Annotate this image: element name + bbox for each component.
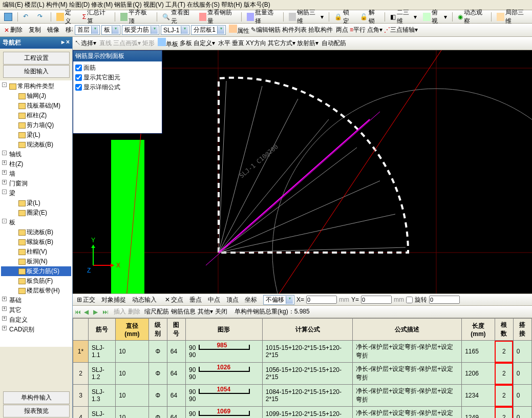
del-button[interactable]: ✕删除 — [2, 24, 25, 36]
single-slab-button[interactable]: 单板 — [158, 38, 178, 49]
rotate-check[interactable] — [406, 297, 413, 303]
tree-item[interactable]: 现浇板(B) — [1, 227, 71, 237]
menu-floor[interactable]: 楼层(L) — [25, 1, 45, 9]
ptangle-button[interactable]: 点角▾ — [367, 26, 382, 34]
report-preview-button[interactable]: 报表预览 — [3, 405, 70, 417]
ortho-toggle[interactable]: ⊞正交 — [75, 295, 97, 305]
other-dir-button[interactable]: 其它方式▾ — [268, 39, 295, 48]
display-option[interactable]: 显示详细公式 — [75, 82, 160, 92]
horiz-button[interactable]: 水平 — [218, 39, 230, 48]
col-header[interactable]: 直径(mm) — [116, 319, 149, 341]
component-select[interactable]: 板▾ — [101, 25, 120, 35]
copy-button[interactable]: 复制 — [26, 24, 44, 36]
tree-item[interactable]: +墙 — [1, 169, 71, 179]
col-header[interactable]: 搭接 — [513, 319, 531, 341]
tree-item[interactable]: -梁 — [1, 189, 71, 198]
col-header[interactable]: 筋号 — [89, 319, 116, 341]
tree-item[interactable]: 现浇板(B) — [1, 140, 71, 150]
other-ops-button[interactable]: 其他▾ — [198, 307, 213, 316]
col-header[interactable]: 级别 — [148, 319, 167, 341]
col-header[interactable]: 图形 — [186, 319, 263, 341]
proj-settings-button[interactable]: 工程设置 — [3, 52, 70, 65]
tree-item[interactable]: 筏板基础(M) — [1, 101, 71, 111]
threept-button[interactable]: ⋰三点辅轴▾ — [384, 26, 418, 34]
attr-button[interactable]: 属性 — [229, 25, 249, 35]
snap-cross[interactable]: ✕交点 — [163, 295, 185, 305]
tree-item[interactable]: 圈梁(E) — [1, 208, 71, 218]
close-button[interactable]: 关闭 — [215, 307, 227, 316]
tree-item[interactable]: 梁(L) — [1, 198, 71, 208]
snap-coord[interactable]: 坐标 — [243, 295, 259, 305]
rebar-info-button[interactable]: 钢筋信息 — [171, 307, 196, 316]
custom-button[interactable]: 自定义▾ — [194, 39, 215, 48]
col-header[interactable]: 计算公式 — [262, 319, 352, 341]
scale-button[interactable]: 缩尺配筋 — [144, 307, 169, 316]
col-header[interactable]: 公式描述 — [353, 319, 462, 341]
tree-item[interactable]: +其它 — [1, 305, 71, 315]
drawing-canvas[interactable]: X Y Z SLJ-1 C10@200 钢筋显示控制面板 面筋显示其它图元显示详… — [73, 50, 532, 294]
dyninput-toggle[interactable]: 动态输入 — [130, 295, 159, 305]
table-row[interactable]: 4SLJ-1.410Φ64901069901099-15+120-2*15-15… — [73, 407, 532, 419]
tree-item[interactable]: +基础 — [1, 296, 71, 305]
snap-perp[interactable]: 垂点 — [187, 295, 204, 305]
tree-item[interactable]: 剪力墙(Q) — [1, 120, 71, 130]
vert-button[interactable]: 垂直 — [232, 39, 244, 48]
offset-mode[interactable]: 不偏移▾ — [263, 295, 294, 305]
single-input-button[interactable]: 单构件输入 — [3, 391, 70, 404]
snap-top[interactable]: 顶点 — [224, 295, 241, 305]
editrebar-button[interactable]: ✎编辑钢筋 — [251, 26, 281, 34]
complist-button[interactable]: 构件列表 — [282, 26, 307, 34]
tree-item[interactable]: -轴线 — [1, 150, 71, 159]
floor-select[interactable]: 首层▾ — [75, 25, 100, 35]
last-button[interactable]: ⏭ — [102, 308, 110, 316]
display-option[interactable]: 面筋 — [75, 63, 160, 73]
tree-item[interactable]: +柱(Z) — [1, 159, 71, 169]
tree-item[interactable]: -板 — [1, 218, 71, 227]
tree-item[interactable]: 板受力筋(S) — [1, 266, 71, 276]
tree-item[interactable]: +门窗洞 — [1, 179, 71, 189]
tree-item[interactable]: 板负筋(F) — [1, 276, 71, 286]
tree-item[interactable]: 楼层板带(H) — [1, 286, 71, 296]
parallel-button[interactable]: ≡平行 — [350, 26, 366, 34]
tree-item[interactable]: 轴网(J) — [1, 91, 71, 101]
tree-item[interactable]: 板洞(N) — [1, 257, 71, 266]
nav-toggle-button[interactable] — [2, 11, 15, 23]
prev-button[interactable]: ◀ — [84, 308, 91, 316]
table-row[interactable]: 3SLJ-1.310Φ64901054901084-15+120-2*15-15… — [73, 385, 532, 407]
rotate-input[interactable] — [429, 296, 460, 304]
tree-item[interactable]: +CAD识别 — [1, 325, 71, 335]
mirror-button[interactable]: 镜像 — [45, 24, 62, 36]
multi-slab-button[interactable]: 多板 — [180, 39, 192, 48]
pick-button[interactable]: 拾取构件 — [308, 26, 333, 34]
draw-input-button[interactable]: 绘图输入 — [3, 65, 70, 78]
snap-mid[interactable]: 中点 — [206, 295, 222, 305]
layer-select[interactable]: 分层板1▾ — [191, 25, 226, 35]
tree-item[interactable]: +自定义 — [1, 315, 71, 325]
auto-button[interactable]: 自动配筋 — [322, 39, 346, 48]
redo-button[interactable]: ↷ — [35, 11, 48, 23]
x-input[interactable] — [306, 296, 337, 304]
table-row[interactable]: 2SLJ-1.210Φ64901026901056-15+120-2*15-15… — [73, 363, 532, 385]
display-option[interactable]: 显示其它图元 — [75, 73, 160, 82]
first-button[interactable]: ⏮ — [75, 308, 82, 316]
osnap-toggle[interactable]: 对象捕捉 — [99, 295, 128, 305]
xy-button[interactable]: XY方向 — [246, 39, 266, 48]
tree-item[interactable]: 梁(L) — [1, 130, 71, 140]
col-header[interactable]: 根数 — [495, 319, 513, 341]
rebartype-select[interactable]: 板受力筋▾ — [122, 25, 159, 35]
radial-button[interactable]: 放射筋▾ — [297, 39, 318, 48]
component-tree[interactable]: -常用构件类型轴网(J)筏板基础(M)框柱(Z)剪力墙(Q)梁(L)现浇板(B)… — [0, 80, 72, 347]
select-button[interactable]: ↖选择▾ — [75, 39, 96, 48]
next-button[interactable]: ▶ — [93, 308, 100, 316]
twopt-button[interactable]: 两点 — [336, 26, 348, 34]
rebar-display-panel[interactable]: 钢筋显示控制面板 面筋显示其它图元显示详细公式 — [73, 50, 162, 134]
tree-item[interactable]: 框柱(Z) — [1, 111, 71, 120]
tree-item[interactable]: -常用构件类型 — [1, 81, 71, 91]
code-select[interactable]: SLJ-1▾ — [161, 25, 189, 35]
table-row[interactable]: 1*SLJ-1.110Φ6490985901015-15+120-2*15-15… — [73, 341, 532, 363]
tree-item[interactable]: 螺旋板(B) — [1, 237, 71, 247]
menu-edit[interactable]: 编辑(E) — [3, 1, 23, 9]
undo-button[interactable]: ↶ — [20, 11, 34, 23]
col-header[interactable]: 长度(mm) — [462, 319, 495, 341]
tree-item[interactable]: 柱帽(V) — [1, 247, 71, 257]
